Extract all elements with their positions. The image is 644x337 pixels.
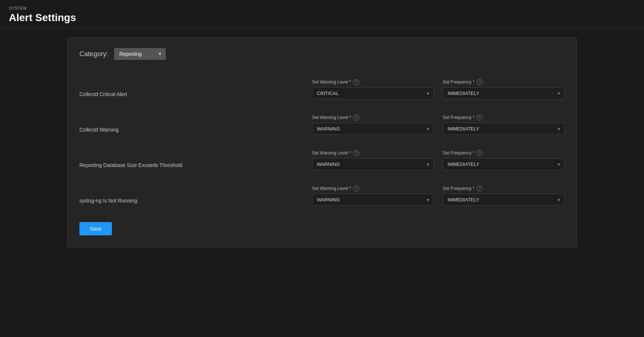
category-label: Category:: [79, 50, 108, 58]
warning-level-select-wrapper-4[interactable]: CRITICAL WARNING INFO ▼: [312, 194, 434, 206]
frequency-label-row-2: Set Frequency * ?: [443, 115, 565, 120]
warning-level-select-wrapper-1[interactable]: CRITICAL WARNING INFO ▼: [312, 87, 434, 99]
table-row: Collectd Critical Alert Set Warning Leve…: [79, 72, 565, 107]
page-title: Alert Settings: [9, 12, 635, 24]
warning-level-group-2: Set Warning Level * ? CRITICAL WARNING I…: [312, 115, 434, 135]
warning-level-group-3: Set Warning Level * ? CRITICAL WARNING I…: [312, 150, 434, 170]
warning-level-label-1: Set Warning Level *: [312, 79, 351, 85]
frequency-label-3: Set Frequency *: [443, 150, 475, 156]
frequency-label-1: Set Frequency *: [443, 79, 475, 85]
frequency-label-2: Set Frequency *: [443, 115, 475, 120]
warning-level-help-icon-4[interactable]: ?: [353, 185, 359, 191]
warning-level-label-row-1: Set Warning Level * ?: [312, 79, 434, 85]
frequency-select-1[interactable]: IMMEDIATELY HOURLY DAILY: [443, 87, 565, 99]
frequency-label-row-3: Set Frequency * ?: [443, 150, 565, 156]
warning-level-label-row-2: Set Warning Level * ?: [312, 115, 434, 120]
save-button[interactable]: Save: [79, 222, 112, 235]
frequency-label-row-4: Set Frequency * ?: [443, 185, 565, 191]
page-header: SYSTEM Alert Settings: [0, 0, 644, 28]
frequency-select-wrapper-1[interactable]: IMMEDIATELY HOURLY DAILY ▼: [443, 87, 565, 99]
frequency-select-wrapper-2[interactable]: IMMEDIATELY HOURLY DAILY ▼: [443, 123, 565, 135]
alert-name-reporting-db: Reporting Database Size Exceeds Threshol…: [79, 162, 303, 170]
frequency-help-icon-2[interactable]: ?: [477, 115, 483, 120]
alert-settings-card: Category: Reporting System Network ▼ Col…: [67, 37, 577, 248]
category-select[interactable]: Reporting System Network: [114, 48, 166, 60]
warning-level-select-4[interactable]: CRITICAL WARNING INFO: [312, 194, 434, 206]
warning-level-label-2: Set Warning Level *: [312, 115, 351, 120]
table-row: syslog-ng Is Not Running Set Warning Lev…: [79, 178, 565, 213]
frequency-group-3: Set Frequency * ? IMMEDIATELY HOURLY DAI…: [443, 150, 565, 170]
main-content: Category: Reporting System Network ▼ Col…: [0, 28, 644, 256]
alert-name-collectd-critical: Collectd Critical Alert: [79, 91, 303, 99]
category-dropdown-wrapper[interactable]: Reporting System Network ▼: [114, 48, 166, 60]
warning-level-group-4: Set Warning Level * ? CRITICAL WARNING I…: [312, 185, 434, 206]
warning-level-select-1[interactable]: CRITICAL WARNING INFO: [312, 87, 434, 99]
alert-name-syslog: syslog-ng Is Not Running: [79, 198, 303, 206]
frequency-help-icon-1[interactable]: ?: [477, 79, 483, 85]
frequency-group-2: Set Frequency * ? IMMEDIATELY HOURLY DAI…: [443, 115, 565, 135]
warning-level-label-3: Set Warning Level *: [312, 150, 351, 156]
frequency-help-icon-3[interactable]: ?: [477, 150, 483, 156]
warning-level-label-row-4: Set Warning Level * ?: [312, 185, 434, 191]
warning-level-select-2[interactable]: CRITICAL WARNING INFO: [312, 123, 434, 135]
table-row: Collectd Warning Set Warning Level * ? C…: [79, 107, 565, 143]
frequency-group-1: Set Frequency * ? IMMEDIATELY HOURLY DAI…: [443, 79, 565, 99]
frequency-label-row-1: Set Frequency * ?: [443, 79, 565, 85]
frequency-group-4: Set Frequency * ? IMMEDIATELY HOURLY DAI…: [443, 185, 565, 206]
frequency-label-4: Set Frequency *: [443, 186, 475, 191]
warning-level-label-row-3: Set Warning Level * ?: [312, 150, 434, 156]
frequency-select-wrapper-3[interactable]: IMMEDIATELY HOURLY DAILY ▼: [443, 158, 565, 170]
frequency-select-2[interactable]: IMMEDIATELY HOURLY DAILY: [443, 123, 565, 135]
warning-level-group-1: Set Warning Level * ? CRITICAL WARNING I…: [312, 79, 434, 99]
frequency-help-icon-4[interactable]: ?: [477, 185, 483, 191]
warning-level-select-wrapper-2[interactable]: CRITICAL WARNING INFO ▼: [312, 123, 434, 135]
warning-level-label-4: Set Warning Level *: [312, 186, 351, 191]
category-row: Category: Reporting System Network ▼: [79, 48, 565, 60]
frequency-select-4[interactable]: IMMEDIATELY HOURLY DAILY: [443, 194, 565, 206]
alert-name-collectd-warning: Collectd Warning: [79, 127, 303, 135]
frequency-select-3[interactable]: IMMEDIATELY HOURLY DAILY: [443, 158, 565, 170]
system-label: SYSTEM: [9, 6, 635, 10]
warning-level-select-wrapper-3[interactable]: CRITICAL WARNING INFO ▼: [312, 158, 434, 170]
warning-level-help-icon-2[interactable]: ?: [353, 115, 359, 120]
frequency-select-wrapper-4[interactable]: IMMEDIATELY HOURLY DAILY ▼: [443, 194, 565, 206]
warning-level-select-3[interactable]: CRITICAL WARNING INFO: [312, 158, 434, 170]
warning-level-help-icon-1[interactable]: ?: [353, 79, 359, 85]
warning-level-help-icon-3[interactable]: ?: [353, 150, 359, 156]
alert-rows: Collectd Critical Alert Set Warning Leve…: [79, 72, 565, 213]
table-row: Reporting Database Size Exceeds Threshol…: [79, 143, 565, 178]
